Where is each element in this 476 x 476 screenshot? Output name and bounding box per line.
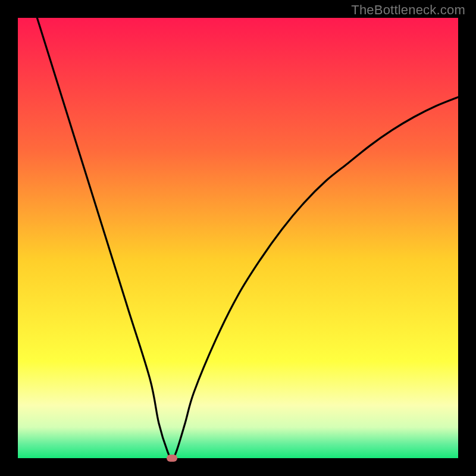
watermark-text: TheBottleneck.com [351, 2, 465, 18]
optimal-point-marker [167, 455, 177, 462]
plot-area [18, 18, 458, 458]
bottleneck-curve [18, 18, 458, 458]
chart-frame: TheBottleneck.com [0, 0, 476, 476]
